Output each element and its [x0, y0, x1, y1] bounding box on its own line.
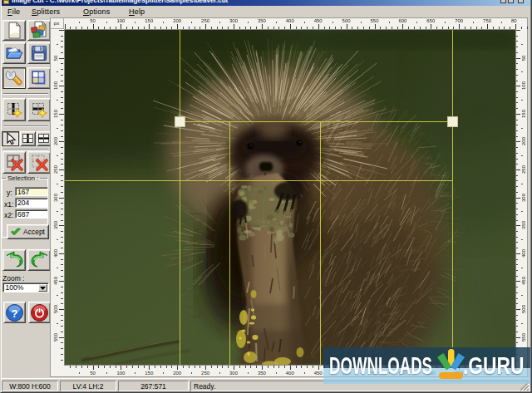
svg-text:?: ? — [12, 307, 18, 319]
